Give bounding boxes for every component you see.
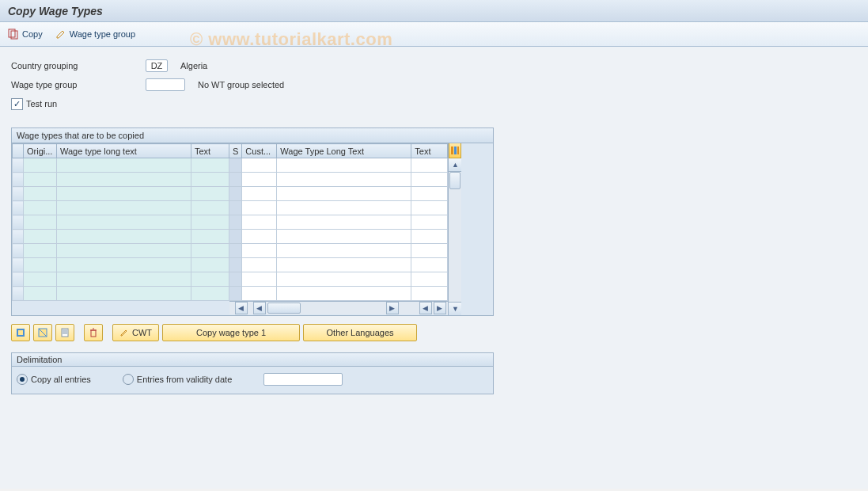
table-row[interactable]	[13, 187, 448, 201]
wage-type-group-input[interactable]	[146, 78, 185, 91]
validity-date-input[interactable]	[263, 373, 343, 386]
document-icon[interactable]	[55, 324, 74, 341]
hscroll-left-2[interactable]: ◀	[253, 302, 266, 314]
wage-types-table-panel: Wage types that are to be copied Origi..…	[11, 128, 494, 316]
wage-type-group-field-label: Wage type group	[11, 80, 146, 89]
copy-wage-type-1-button[interactable]: Copy wage type 1	[162, 324, 300, 341]
col-cust[interactable]: Cust...	[242, 144, 277, 158]
table-row[interactable]	[13, 272, 448, 287]
col-text-2[interactable]: Text	[411, 144, 448, 158]
vertical-scrollbar[interactable]: ▲ ▼	[448, 143, 461, 315]
radio-copy-all[interactable]	[17, 374, 28, 385]
table-row[interactable]	[13, 158, 448, 173]
radio-entries-from-label: Entries from validity date	[137, 375, 232, 384]
hscroll-left-1[interactable]: ◀	[235, 302, 248, 314]
table-row[interactable]	[13, 230, 448, 244]
deselect-all-icon[interactable]	[33, 324, 52, 341]
wage-type-group-note: No WT group selected	[198, 80, 284, 89]
select-all-icon[interactable]	[11, 324, 30, 341]
svg-rect-3	[454, 147, 457, 154]
radio-entries-from[interactable]	[123, 374, 134, 385]
delimitation-title: Delimitation	[12, 353, 493, 367]
cwt-label: CWT	[132, 328, 152, 337]
wage-types-table-title: Wage types that are to be copied	[12, 128, 493, 143]
hscroll-track[interactable]	[266, 303, 386, 314]
wage-type-group-button[interactable]: Wage type group	[55, 29, 135, 40]
test-run-checkbox[interactable]: ✓	[11, 98, 23, 110]
table-row[interactable]	[13, 258, 448, 272]
svg-rect-2	[451, 147, 453, 154]
delete-icon[interactable]	[84, 324, 103, 341]
cwt-button[interactable]: CWT	[112, 324, 159, 341]
country-grouping-label: Country grouping	[11, 61, 146, 70]
other-languages-button[interactable]: Other Languages	[303, 324, 417, 341]
country-name-text: Algeria	[180, 61, 207, 70]
vscroll-up[interactable]: ▲	[449, 158, 461, 172]
table-row[interactable]	[13, 201, 448, 215]
col-wage-type-long-text-2[interactable]: Wage Type Long Text	[277, 144, 411, 158]
test-run-label: Test run	[26, 99, 57, 108]
table-row[interactable]	[13, 173, 448, 187]
col-wage-type-long-text-1[interactable]: Wage type long text	[57, 144, 191, 158]
wage-types-table[interactable]: Origi... Wage type long text Text S Cust…	[12, 143, 448, 315]
col-s[interactable]: S	[229, 144, 242, 158]
row-selector-header	[13, 144, 24, 158]
svg-rect-6	[18, 330, 23, 335]
wage-type-group-label: Wage type group	[70, 29, 135, 39]
action-button-row: CWT Copy wage type 1 Other Languages	[11, 324, 857, 341]
svg-rect-4	[457, 147, 459, 154]
hscroll-right-2[interactable]: ▶	[386, 302, 399, 314]
app-toolbar: Copy Wage type group	[0, 22, 868, 47]
copy-button[interactable]: Copy	[8, 29, 43, 40]
hscroll-left-3[interactable]: ◀	[419, 302, 432, 314]
country-grouping-input[interactable]: DZ	[146, 59, 168, 72]
table-config-icon[interactable]	[449, 143, 461, 158]
vscroll-thumb[interactable]	[449, 172, 461, 189]
hscroll-right-3[interactable]: ▶	[434, 302, 446, 314]
svg-rect-13	[91, 330, 96, 337]
table-row[interactable]	[13, 244, 448, 258]
pencil-icon	[55, 29, 66, 40]
copy-icon	[8, 29, 19, 40]
vscroll-down[interactable]: ▼	[449, 302, 461, 315]
copy-label: Copy	[22, 29, 43, 39]
table-row[interactable]	[13, 215, 448, 230]
col-text-1[interactable]: Text	[191, 144, 229, 158]
table-row[interactable]	[13, 287, 448, 301]
delimitation-panel: Delimitation Copy all entries Entries fr…	[11, 352, 494, 394]
pencil-icon	[119, 328, 129, 337]
page-title: Copy Wage Types	[0, 0, 868, 22]
radio-copy-all-label: Copy all entries	[31, 375, 91, 384]
col-origin[interactable]: Origi...	[24, 144, 57, 158]
content-area: © www.tutorialkart.com Country grouping …	[0, 47, 868, 489]
